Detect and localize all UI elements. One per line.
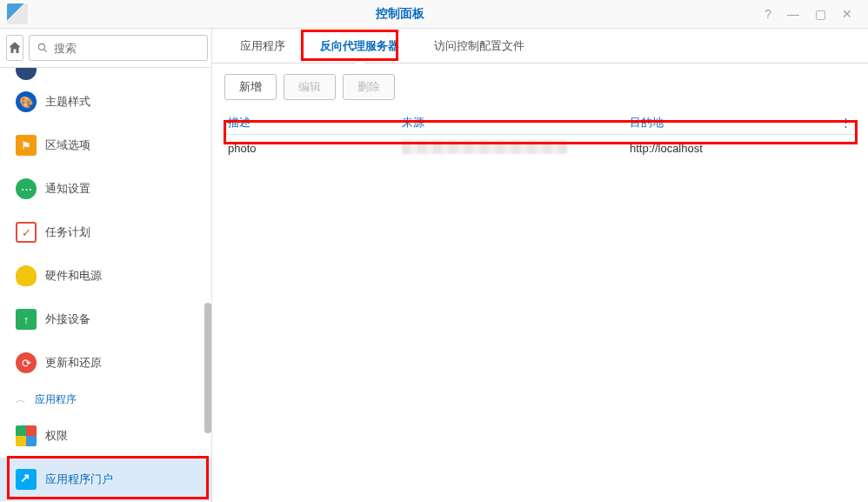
maximize-button[interactable]: ▢ <box>815 7 826 21</box>
cell-destination: http://localhost <box>626 142 856 155</box>
app-icon <box>7 3 28 24</box>
sidebar-item-label: 应用程序门户 <box>45 472 113 487</box>
col-description[interactable]: 描述 <box>224 115 398 131</box>
external-icon: ↑ <box>16 309 37 330</box>
proxy-table: 描述 来源 目的地 ⋮ photo http://localhost <box>224 110 856 502</box>
col-menu-icon[interactable]: ⋮ <box>835 116 856 129</box>
sidebar-item-external[interactable]: ↑ 外接设备 <box>0 298 211 341</box>
sidebar-list: 🎨 主题样式 ⚑ 区域选项 ⋯ 通知设置 ✓ 任务计划 硬件和电源 ↑ 外接设备 <box>0 68 211 502</box>
sidebar-item-update[interactable]: ⟳ 更新和还原 <box>0 341 211 385</box>
portal-icon <box>16 469 37 490</box>
chat-icon: ⋯ <box>16 178 37 199</box>
cell-source <box>398 140 626 157</box>
home-icon <box>7 40 23 56</box>
sidebar-item-label: 任务计划 <box>45 224 90 240</box>
sidebar-item-partial[interactable] <box>0 68 211 80</box>
table-header: 描述 来源 目的地 ⋮ <box>224 110 856 135</box>
home-button[interactable] <box>6 35 23 61</box>
sidebar-item-permissions[interactable]: 权限 <box>0 414 211 458</box>
window-title: 控制面板 <box>35 6 765 22</box>
sidebar-item-task[interactable]: ✓ 任务计划 <box>0 211 211 254</box>
sidebar-item-label: 通知设置 <box>45 181 90 197</box>
chevron-up-icon: ︿ <box>16 392 26 407</box>
bulb-icon <box>16 265 37 286</box>
search-box[interactable] <box>29 35 208 61</box>
permissions-icon <box>16 425 37 446</box>
search-icon <box>37 42 49 54</box>
titlebar: 控制面板 ? — ▢ ✕ <box>0 0 868 29</box>
cell-description: photo <box>224 142 398 155</box>
scrollbar[interactable] <box>204 303 211 433</box>
delete-button[interactable]: 删除 <box>343 74 395 100</box>
edit-button[interactable]: 编辑 <box>284 74 336 100</box>
minimize-button[interactable]: — <box>787 7 799 21</box>
refresh-icon: ⟳ <box>16 352 37 373</box>
sidebar-item-region[interactable]: ⚑ 区域选项 <box>0 124 211 167</box>
sidebar-item-label: 外接设备 <box>45 311 90 327</box>
calendar-icon: ✓ <box>16 222 37 243</box>
col-destination[interactable]: 目的地 <box>626 115 835 131</box>
search-input[interactable] <box>54 42 200 55</box>
col-source[interactable]: 来源 <box>398 115 626 131</box>
toolbar: 新增 编辑 删除 <box>212 64 868 110</box>
close-button[interactable]: ✕ <box>842 7 852 21</box>
palette-icon: 🎨 <box>16 91 37 112</box>
sidebar-item-theme[interactable]: 🎨 主题样式 <box>0 80 211 124</box>
sidebar-group-apps[interactable]: ︿ 应用程序 <box>0 385 211 414</box>
sidebar-item-hardware[interactable]: 硬件和电源 <box>0 254 211 298</box>
tab-bar: 应用程序 反向代理服务器 访问控制配置文件 <box>212 29 868 64</box>
flag-icon: ⚑ <box>16 135 37 156</box>
info-icon <box>16 68 37 80</box>
svg-line-1 <box>44 50 47 52</box>
sidebar-item-label: 权限 <box>45 428 68 444</box>
sidebar-item-notify[interactable]: ⋯ 通知设置 <box>0 167 211 211</box>
window-controls: ? — ▢ ✕ <box>765 7 868 21</box>
sidebar-item-app-portal[interactable]: 应用程序门户 <box>0 458 211 501</box>
sidebar-item-label: 区域选项 <box>45 137 90 153</box>
table-row[interactable]: photo http://localhost <box>224 135 856 161</box>
sidebar-item-label: 主题样式 <box>45 94 90 110</box>
sidebar-item-label: 更新和还原 <box>45 355 102 371</box>
help-button[interactable]: ? <box>765 7 771 21</box>
sidebar-group-label: 应用程序 <box>35 392 77 407</box>
content: 应用程序 反向代理服务器 访问控制配置文件 新增 编辑 删除 描述 来源 目的地… <box>212 29 868 502</box>
sidebar-top <box>0 29 211 68</box>
tab-access-control[interactable]: 访问控制配置文件 <box>417 30 542 63</box>
blurred-text <box>402 140 567 154</box>
add-button[interactable]: 新增 <box>224 74 277 100</box>
tab-application[interactable]: 应用程序 <box>223 30 303 63</box>
tab-reverse-proxy[interactable]: 反向代理服务器 <box>303 30 417 63</box>
sidebar: 🎨 主题样式 ⚑ 区域选项 ⋯ 通知设置 ✓ 任务计划 硬件和电源 ↑ 外接设备 <box>0 29 212 502</box>
sidebar-item-label: 硬件和电源 <box>45 268 102 284</box>
svg-point-0 <box>38 44 44 50</box>
